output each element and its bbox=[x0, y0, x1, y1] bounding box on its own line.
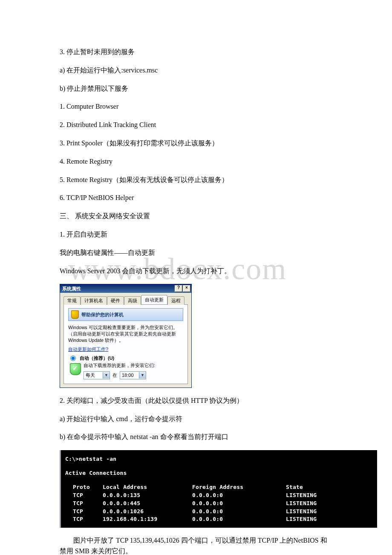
auto-recommended-label: 自动（推荐）(U) bbox=[80, 355, 114, 361]
para: 1. 开启自动更新 bbox=[60, 229, 332, 240]
para: a) 开始运行中输入 cmd，运行命令提示符 bbox=[60, 414, 332, 425]
auto-recommended-radio[interactable] bbox=[70, 356, 76, 361]
cmd-section-title: Active Connections bbox=[65, 469, 373, 477]
info-bar: 帮助保护您的计算机 bbox=[68, 308, 183, 321]
auto-recommended-sub: 自动下载推荐的更新，并安装它们: bbox=[84, 362, 183, 369]
dialog-description: Windows 可以定期检查重要更新，并为您安装它们。（启用自动更新可以在安装其… bbox=[68, 324, 183, 344]
para: a) 在开始运行中输入:services.msc bbox=[60, 65, 332, 76]
help-button[interactable]: ? bbox=[175, 285, 182, 292]
how-autoupdate-works-link[interactable]: 自动更新如何工作? bbox=[68, 347, 108, 352]
cmd-row: TCP192.168.40.1:1390.0.0.0:0LISTENING bbox=[65, 515, 373, 523]
dialog-titlebar: 系统属性 ? × bbox=[60, 284, 191, 293]
para: 三、 系统安全及网络安全设置 bbox=[60, 211, 332, 222]
para: 4. Remote Registry bbox=[60, 156, 332, 167]
cmd-row: TCP0.0.0.0:4450.0.0.0:0LISTENING bbox=[65, 500, 373, 508]
cmd-prompt-line: C:\>netstat -an bbox=[65, 455, 373, 463]
para: 3. Print Spooler（如果没有打印需求可以停止该服务） bbox=[60, 138, 332, 149]
tab-general[interactable]: 常规 bbox=[63, 296, 81, 305]
hdr-state: State bbox=[286, 483, 337, 491]
shield-check-icon bbox=[70, 363, 81, 375]
time-select[interactable]: 18:00 ▼ bbox=[120, 371, 146, 379]
para: 3. 停止暂时未用到的服务 bbox=[60, 47, 332, 58]
shield-icon bbox=[71, 310, 79, 319]
para: 2. Distributed Link Tracking Client bbox=[60, 120, 332, 130]
para: 5. Remote Registry（如果没有无线设备可以停止该服务） bbox=[60, 175, 332, 185]
para: 6. TCP/IP NetBIOS Helper bbox=[60, 193, 332, 203]
close-button[interactable]: × bbox=[183, 285, 190, 292]
command-prompt-output: C:\>netstat -an Active Connections Proto… bbox=[60, 450, 377, 528]
tab-remote[interactable]: 远程 bbox=[167, 296, 184, 305]
para: b) 停止并禁用以下服务 bbox=[60, 84, 332, 94]
system-properties-dialog: 系统属性 ? × 常规 计算机名 硬件 高级 自动更新 远程 帮助保护您的计算机 bbox=[60, 284, 192, 388]
tab-computername[interactable]: 计算机名 bbox=[81, 296, 107, 305]
tab-autoupdate[interactable]: 自动更新 bbox=[141, 295, 167, 304]
info-bar-text: 帮助保护您的计算机 bbox=[81, 312, 124, 318]
hdr-proto: Proto bbox=[73, 483, 103, 491]
cmd-header-row: Proto Local Address Foreign Address Stat… bbox=[65, 483, 373, 491]
para: 图片中开放了 TCP 135,139,445,1026 四个端口，可以通过禁用 … bbox=[60, 535, 332, 555]
chevron-down-icon: ▼ bbox=[103, 372, 110, 379]
para: b) 在命令提示符中输入 netstat -an 命令察看当前打开端口 bbox=[60, 432, 332, 442]
tab-advanced[interactable]: 高级 bbox=[124, 296, 141, 305]
dialog-title-text: 系统属性 bbox=[62, 286, 81, 292]
hdr-local: Local Address bbox=[103, 483, 192, 491]
cmd-row: TCP0.0.0.0:1350.0.0.0:0LISTENING bbox=[65, 491, 373, 500]
at-label: 在 bbox=[112, 372, 117, 379]
chevron-down-icon: ▼ bbox=[139, 372, 146, 379]
tab-panel: 帮助保护您的计算机 Windows 可以定期检查重要更新，并为您安装它们。（启用… bbox=[63, 304, 188, 384]
cmd-row: TCP0.0.0.0:10260.0.0.0:0LISTENING bbox=[65, 508, 373, 516]
para: 我的电脑右键属性——自动更新 bbox=[60, 248, 332, 258]
frequency-select[interactable]: 每天 ▼ bbox=[84, 371, 110, 379]
tab-strip: 常规 计算机名 硬件 高级 自动更新 远程 bbox=[60, 293, 191, 304]
para: 2. 关闭端口，减少受攻击面（此处以仅提供 HTTP 协议为例） bbox=[60, 396, 332, 406]
tab-hardware[interactable]: 硬件 bbox=[107, 296, 124, 305]
time-value: 18:00 bbox=[120, 373, 139, 378]
para: Windows Server 2003 会自动下载更新，无须人为打补丁。 bbox=[60, 266, 332, 277]
para: 1. Computer Browser bbox=[60, 101, 332, 112]
hdr-foreign: Foreign Address bbox=[192, 483, 286, 491]
frequency-value: 每天 bbox=[84, 372, 103, 379]
